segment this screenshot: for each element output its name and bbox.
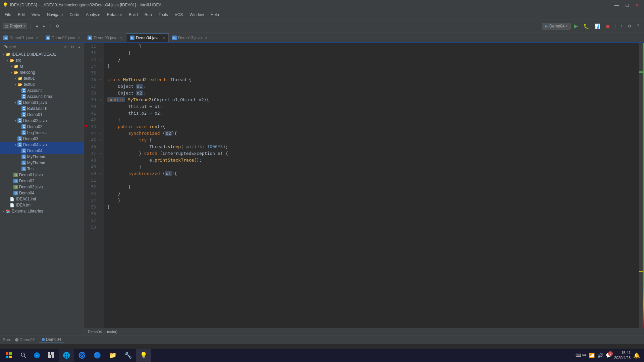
- tree-demo01[interactable]: C Demo01: [0, 112, 84, 118]
- tree-ideaiml[interactable]: 📄 IDEA.iml: [0, 202, 84, 208]
- date: 2020/4/28: [614, 355, 631, 360]
- tab-demo01[interactable]: C Demo01.java ✕: [0, 33, 42, 42]
- arrow-bakdatath: [17, 107, 21, 110]
- tree-demo02-outer[interactable]: C Demo02: [0, 178, 84, 184]
- menu-run[interactable]: Run: [141, 11, 155, 18]
- tree-accountthread[interactable]: C AccountThrea...: [0, 94, 84, 100]
- tab-demo02[interactable]: C Demo02.java ✕: [42, 33, 85, 42]
- run-tab-demo04[interactable]: Demo04: [39, 337, 64, 343]
- tree-external-libs[interactable]: ▸ 📚 External Libraries: [0, 208, 84, 214]
- maximize-button[interactable]: □: [624, 2, 631, 8]
- unknown-app[interactable]: 🔧: [121, 349, 136, 362]
- volume-icon[interactable]: 🔊: [597, 353, 603, 358]
- menu-navigate[interactable]: Navigate: [44, 11, 66, 18]
- tree-demo03[interactable]: C Demo03: [0, 136, 84, 142]
- fold-45[interactable]: ▾: [98, 137, 104, 143]
- menu-vcs[interactable]: VCS: [171, 11, 186, 18]
- sidebar-sync-icon[interactable]: ⟳: [62, 44, 68, 50]
- minimize-button[interactable]: —: [612, 2, 621, 8]
- edge-app[interactable]: 🌀: [74, 349, 89, 362]
- tree-demo02java[interactable]: ▾ C Demo02.java: [0, 118, 84, 124]
- project-dropdown-icon[interactable]: ▾: [23, 24, 25, 28]
- run-button[interactable]: ▶: [572, 22, 580, 30]
- taskbar-icons[interactable]: ⌨ 中: [576, 353, 586, 358]
- tab-demo13[interactable]: C Demo13.java ✕: [169, 33, 211, 42]
- menu-edit[interactable]: Edit: [14, 11, 28, 18]
- tab-close-demo04[interactable]: ✕: [162, 36, 165, 40]
- tab-close-demo02[interactable]: ✕: [78, 36, 80, 40]
- ie-app[interactable]: 🔵: [90, 349, 105, 362]
- tab-demo04[interactable]: C Demo04.java ✕: [126, 33, 169, 42]
- tree-test[interactable]: C Test: [0, 166, 84, 172]
- tree-demo04-outer[interactable]: C Demo04: [0, 190, 84, 196]
- menu-build[interactable]: Build: [125, 11, 141, 18]
- tree-meicong[interactable]: ▾ 📂 meicong: [0, 69, 84, 75]
- back-button[interactable]: ◂: [34, 23, 40, 29]
- search-button[interactable]: [17, 349, 30, 362]
- coverage-button[interactable]: 📊: [592, 22, 602, 30]
- close-button[interactable]: ✕: [633, 2, 641, 8]
- sidebar-hide-icon[interactable]: ◂: [77, 44, 82, 50]
- fold-44[interactable]: ▾: [98, 130, 104, 137]
- menu-window[interactable]: Window: [186, 11, 207, 18]
- tab-demo03[interactable]: C Demo03.java ✕: [84, 33, 126, 42]
- settings-button[interactable]: ⚙: [54, 23, 61, 29]
- tree-demo04java[interactable]: ▾ C Demo04.java: [0, 142, 84, 148]
- menu-analyze[interactable]: Analyze: [83, 11, 104, 18]
- breadcrumb-item-2[interactable]: main(): [107, 330, 117, 334]
- menu-file[interactable]: File: [1, 11, 14, 18]
- tree-m[interactable]: ▸ 📁 M: [0, 63, 84, 69]
- stop-button[interactable]: ⏹: [603, 22, 612, 30]
- tree-test02[interactable]: ▾ 📂 test02: [0, 81, 84, 87]
- notifications-bell[interactable]: 🔔: [633, 352, 640, 359]
- tree-demo02[interactable]: C Demo02: [0, 124, 84, 130]
- tree-idea01iml[interactable]: 📄 IDEA01.iml: [0, 196, 84, 202]
- sidebar-settings-icon[interactable]: ⚙: [69, 44, 75, 50]
- tab-close-demo01[interactable]: ✕: [36, 36, 39, 40]
- task-view-button[interactable]: [44, 349, 58, 362]
- tree-mythread2[interactable]: C MyThread...: [0, 160, 84, 166]
- tab-close-demo13[interactable]: ✕: [205, 36, 207, 40]
- tree-demo01java[interactable]: ▾ C Demo01.java: [0, 100, 84, 106]
- vcs-button[interactable]: ↑: [619, 23, 625, 29]
- tab-close-demo03[interactable]: ✕: [120, 36, 123, 40]
- fold-36[interactable]: ▾: [98, 76, 104, 83]
- file-explorer-app[interactable]: 📁: [105, 349, 120, 362]
- tree-demo03java[interactable]: C Demo03.java: [0, 184, 84, 190]
- fold-50[interactable]: ▾: [98, 170, 104, 177]
- code-editor[interactable]: 31 32 33 34 35 36 37 38 39 40 41 42 43 4…: [84, 43, 644, 335]
- fold-47[interactable]: ▾: [98, 150, 104, 157]
- notification-area[interactable]: 💬 9: [606, 353, 611, 358]
- tree-demo01java2[interactable]: C Demo01.java: [0, 172, 84, 178]
- tree-mythread1[interactable]: C MyThread...: [0, 154, 84, 160]
- tree-account[interactable]: C Account: [0, 87, 84, 94]
- forward-button[interactable]: ▸: [41, 23, 47, 29]
- window-controls[interactable]: — □ ✕: [612, 2, 641, 8]
- menu-refactor[interactable]: Refactor: [104, 11, 125, 18]
- menu-help[interactable]: Help: [207, 11, 222, 18]
- settings2-button[interactable]: ⚙: [626, 23, 634, 29]
- network-icon[interactable]: 📶: [589, 353, 595, 358]
- help-button[interactable]: ?: [635, 23, 641, 29]
- tree-demo04[interactable]: C Demo04: [0, 148, 84, 154]
- code-content[interactable]: } } } } class MyThread2 extends Thread {…: [104, 43, 639, 328]
- tree-logtimer[interactable]: C LogTimer...: [0, 130, 84, 136]
- start-button[interactable]: [1, 349, 16, 362]
- menu-code[interactable]: Code: [66, 11, 83, 18]
- tree-bakdatath[interactable]: C BakDataTh...: [0, 106, 84, 112]
- cortana-button[interactable]: ○: [31, 349, 43, 362]
- fold-39[interactable]: ▾: [98, 97, 104, 103]
- tree-src[interactable]: ▾ 📂 src: [0, 57, 84, 63]
- run-tab-demo02[interactable]: Demo02: [12, 337, 37, 343]
- menu-tools[interactable]: Tools: [155, 11, 171, 18]
- intellij-app[interactable]: 💡: [136, 349, 151, 362]
- run-config-dropdown[interactable]: ▾: [566, 24, 568, 28]
- explorer-app[interactable]: 🌐: [59, 349, 74, 362]
- debug-button[interactable]: 🐛: [581, 22, 591, 30]
- breadcrumb-item-1[interactable]: Demo04: [88, 330, 102, 334]
- tree-idea01[interactable]: ▾ 📁 IDEA01 D:\IDEA\IDEA01: [0, 51, 84, 57]
- menu-view[interactable]: View: [28, 11, 44, 18]
- tree-test01[interactable]: ▸ 📁 test01: [0, 75, 84, 81]
- right-scroll-gutter[interactable]: [639, 43, 644, 328]
- fold-33[interactable]: ▸: [98, 56, 104, 63]
